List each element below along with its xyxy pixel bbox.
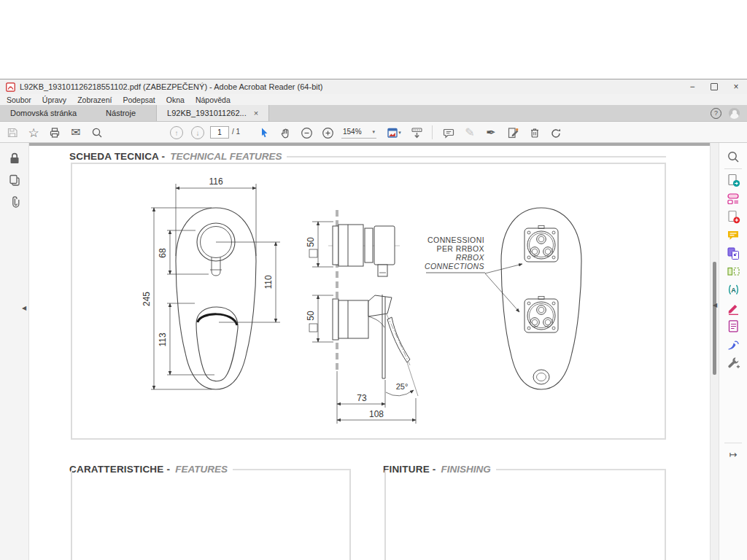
zoom-in-button[interactable] xyxy=(320,125,336,141)
print-icon xyxy=(49,127,61,139)
fill-sign-button[interactable] xyxy=(505,125,521,141)
page-down-icon: ↓ xyxy=(191,126,204,139)
dim-side-lever-size: 50 xyxy=(306,311,316,321)
previous-page-button[interactable]: ↑ xyxy=(169,125,185,141)
side-view: 50 50 73 108 25° xyxy=(306,210,418,424)
fill-sign-icon xyxy=(507,127,519,139)
comment-tool-icon[interactable] xyxy=(727,228,740,242)
front-view xyxy=(176,208,256,389)
edit-pdf-icon[interactable] xyxy=(727,192,740,206)
dim-depth-total: 108 xyxy=(369,409,384,419)
note-line-3: RRBOX xyxy=(456,253,485,262)
redo-icon xyxy=(550,127,562,139)
zoom-in-icon xyxy=(322,127,334,139)
technical-drawing: 116 245 68 113 110 xyxy=(72,164,662,435)
acrobat-window: L92KB_193101126218551102.pdf (ZABEZPEČEN… xyxy=(0,79,747,560)
note-line-1: CONNESSIONI xyxy=(427,236,484,244)
menu-bar: Soubor Úpravy Zobrazení Podepsat Okna Ná… xyxy=(0,94,747,105)
export-pdf-icon[interactable] xyxy=(727,174,740,187)
paperclip-icon[interactable] xyxy=(8,195,21,209)
fountain-pen-icon: ✒ xyxy=(486,127,495,139)
restore-button[interactable] xyxy=(703,79,725,94)
select-tool-button[interactable] xyxy=(256,125,272,141)
chevron-down-icon: ▾ xyxy=(398,130,401,136)
page-up-icon: ↑ xyxy=(170,126,183,139)
tools-divider xyxy=(724,443,742,443)
delete-button[interactable] xyxy=(527,125,543,141)
document-tool-icon[interactable] xyxy=(727,319,740,333)
comment-button[interactable] xyxy=(441,125,457,141)
favorite-button[interactable]: ☆ xyxy=(26,125,42,141)
create-pdf-icon[interactable] xyxy=(727,210,740,224)
menu-napoveda[interactable]: Nápověda xyxy=(196,96,231,104)
tools-panel-collapse-icon[interactable]: ◀ xyxy=(713,302,717,308)
left-panel-collapse-icon[interactable]: ◀ xyxy=(22,305,26,311)
lock-icon[interactable] xyxy=(8,152,21,165)
search-tool-icon[interactable] xyxy=(727,150,740,164)
menu-soubor[interactable]: Soubor xyxy=(7,96,31,104)
email-button[interactable]: ✉ xyxy=(68,125,84,141)
find-button[interactable] xyxy=(89,125,105,141)
compress-pdf-icon[interactable]: A xyxy=(727,283,740,297)
dim-front-lever-offset: 113 xyxy=(158,332,168,346)
hide-toolbar-button[interactable] xyxy=(409,125,425,141)
menu-zobrazeni[interactable]: Zobrazení xyxy=(77,96,112,104)
save-button[interactable] xyxy=(4,125,20,141)
section-rule xyxy=(287,156,666,158)
pdf-page: SCHEDA TECNICA - TECHNICAL FEATURES xyxy=(29,146,710,560)
highlight-pen-icon: ✎ xyxy=(465,127,474,139)
dim-front-width: 116 xyxy=(209,176,222,187)
zoom-level-select[interactable]: 154% ▾ xyxy=(341,125,376,139)
tabbar-right-group: ? xyxy=(711,105,747,121)
menu-upravy[interactable]: Úpravy xyxy=(42,96,66,104)
tab-document[interactable]: L92KB_1931011262... × xyxy=(156,105,269,121)
page-display-caret[interactable]: ▾ xyxy=(396,125,403,141)
zoom-level-value: 154% xyxy=(343,128,362,136)
hand-tool-button[interactable] xyxy=(277,125,293,141)
window-title: L92KB_193101126218551102.pdf (ZABEZPEČEN… xyxy=(20,82,322,91)
help-icon[interactable]: ? xyxy=(711,108,721,119)
scrollbar-thumb[interactable] xyxy=(713,262,716,375)
save-icon xyxy=(7,127,18,139)
print-button[interactable] xyxy=(47,125,63,141)
menu-podepsat[interactable]: Podepsat xyxy=(123,96,155,104)
close-button[interactable]: × xyxy=(725,79,747,94)
tab-tools[interactable]: Nástroje xyxy=(96,105,146,121)
tab-close-icon[interactable]: × xyxy=(254,109,258,117)
cursor-icon xyxy=(258,127,270,139)
tab-home[interactable]: Domovská stránka xyxy=(0,105,87,121)
finishing-frame xyxy=(384,470,666,560)
compress-letter: A xyxy=(731,287,736,294)
dim-front-height: 245 xyxy=(142,292,152,306)
features-frame xyxy=(71,470,351,560)
dim-front-knob-offset: 68 xyxy=(158,248,168,258)
highlight-button[interactable]: ✎ xyxy=(462,125,478,141)
tools-divider xyxy=(724,168,742,169)
redo-button[interactable] xyxy=(548,125,564,141)
redact-pen-icon[interactable] xyxy=(727,301,740,315)
dim-handle-distance: 110 xyxy=(263,275,274,289)
sign-button[interactable]: ✒ xyxy=(483,125,499,141)
expand-panel-icon[interactable]: ↦ xyxy=(729,449,738,460)
organize-pages-icon[interactable] xyxy=(727,265,740,279)
front-dimension-lines xyxy=(151,184,280,389)
avatar[interactable] xyxy=(729,108,740,119)
certificates-pen-icon[interactable] xyxy=(727,338,740,351)
next-page-button[interactable]: ↓ xyxy=(190,125,206,141)
section-title: SCHEDA TECNICA - xyxy=(69,151,165,162)
page-number-input[interactable]: 1 xyxy=(210,126,229,139)
front-dimension-labels: 116 245 68 113 110 xyxy=(142,176,274,347)
zoom-out-button[interactable] xyxy=(298,125,314,141)
dim-lever-angle: 25° xyxy=(396,382,409,391)
more-tools-icon[interactable] xyxy=(727,356,740,370)
dim-side-knob-size: 50 xyxy=(306,237,316,247)
left-sidebar xyxy=(0,143,29,560)
back-view: CONNESSIONI PER RRBOX RRBOX CONNECTIONS xyxy=(425,208,581,389)
minimize-button[interactable]: − xyxy=(681,79,703,94)
menu-okna[interactable]: Okna xyxy=(166,96,185,104)
vertical-scrollbar[interactable] xyxy=(710,143,719,560)
combine-files-icon[interactable] xyxy=(727,246,740,260)
star-icon: ☆ xyxy=(28,127,39,139)
pages-icon[interactable] xyxy=(8,174,21,187)
acrobat-pdf-icon xyxy=(6,82,15,92)
